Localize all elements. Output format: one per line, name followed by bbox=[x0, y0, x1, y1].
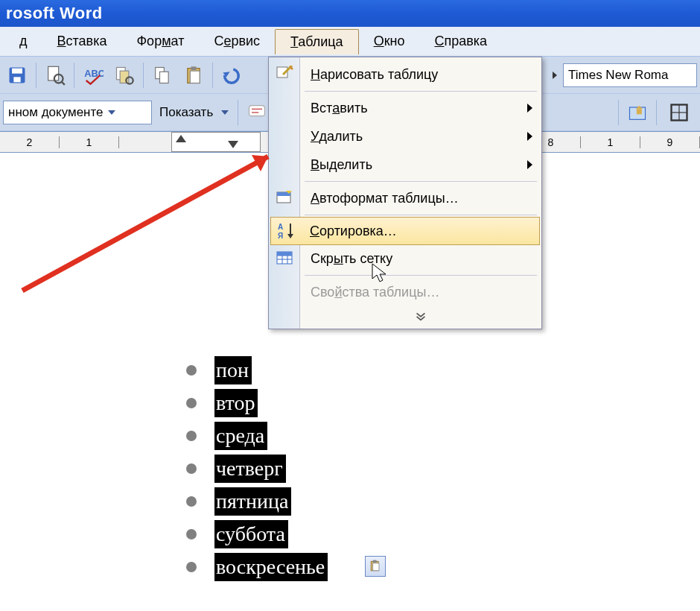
bullet-icon bbox=[186, 562, 197, 572]
menu-select[interactable]: Выделить bbox=[300, 151, 541, 179]
menu-insert[interactable]: Вставить bbox=[300, 94, 541, 122]
bullet-icon bbox=[186, 398, 197, 408]
menu-autoformat[interactable]: Автоформат таблицы… bbox=[300, 184, 541, 212]
svg-rect-34 bbox=[277, 252, 292, 256]
toolbar-separator bbox=[212, 63, 213, 88]
list-text: среда bbox=[214, 422, 267, 450]
menu-separator bbox=[305, 181, 537, 182]
ruler-tick: 1 bbox=[60, 136, 119, 148]
svg-rect-15 bbox=[249, 105, 265, 115]
menu-expand-button[interactable] bbox=[300, 306, 541, 326]
toolbar-separator bbox=[74, 63, 74, 88]
toolbar-separator bbox=[618, 100, 619, 125]
menu-draw-table[interactable]: Нарисовать таблицу bbox=[300, 60, 541, 89]
list-text: пятница bbox=[214, 487, 291, 516]
menu-separator bbox=[305, 215, 537, 215]
svg-text:Я: Я bbox=[278, 232, 283, 240]
undo-icon[interactable] bbox=[217, 60, 246, 90]
spellcheck-icon[interactable]: ABC bbox=[79, 60, 107, 90]
border-icon[interactable] bbox=[661, 98, 697, 127]
list-item[interactable]: воскресенье bbox=[186, 551, 328, 583]
ruler-tick: 1 bbox=[581, 136, 640, 148]
submenu-arrow-icon bbox=[527, 160, 532, 169]
list-item[interactable]: четверг bbox=[186, 452, 328, 485]
chevron-down-icon bbox=[108, 110, 115, 115]
menu-edit-fragment[interactable]: д bbox=[4, 29, 42, 54]
list-item[interactable]: втор bbox=[186, 387, 328, 420]
menu-insert[interactable]: Вставка bbox=[42, 29, 122, 54]
balloon-icon[interactable] bbox=[243, 98, 271, 127]
toolbar-separator bbox=[143, 63, 144, 88]
menu-table-properties: Свойства таблицы… bbox=[300, 278, 541, 306]
toolbar-separator bbox=[656, 100, 657, 125]
menu-tools[interactable]: Сервис bbox=[199, 29, 275, 54]
bullet-icon bbox=[186, 529, 197, 539]
list-text: воскресенье bbox=[214, 553, 328, 581]
insert-object-icon[interactable] bbox=[623, 98, 652, 127]
list-text: втор bbox=[214, 389, 258, 417]
autoformat-icon bbox=[269, 184, 300, 212]
menu-table[interactable]: Таблица bbox=[275, 29, 359, 54]
document-scope-combo[interactable]: нном документе bbox=[3, 101, 152, 124]
dropdown-chevron-icon[interactable] bbox=[553, 72, 557, 79]
menu-sort[interactable]: АЯ Сортировка… bbox=[270, 217, 540, 245]
titlebar: rosoft Word bbox=[0, 0, 700, 27]
ruler-tick: 2 bbox=[0, 136, 60, 148]
menu-help[interactable]: Справка bbox=[419, 29, 502, 54]
copy-icon[interactable] bbox=[148, 60, 176, 90]
svg-rect-39 bbox=[373, 560, 377, 563]
doc-combo-value: нном документе bbox=[8, 105, 104, 120]
save-icon[interactable] bbox=[3, 60, 31, 90]
list-item[interactable]: суббота bbox=[186, 518, 328, 551]
sort-icon: АЯ bbox=[271, 218, 302, 244]
paste-options-button[interactable] bbox=[365, 556, 386, 577]
font-name-combo[interactable]: Times New Roma bbox=[563, 63, 697, 87]
list-text: пон bbox=[214, 356, 252, 384]
list-text: суббота bbox=[214, 520, 288, 548]
bullet-icon bbox=[186, 365, 197, 376]
list-item[interactable]: среда bbox=[186, 420, 328, 452]
grid-icon bbox=[269, 244, 300, 273]
svg-line-5 bbox=[61, 81, 65, 85]
menu-window[interactable]: Окно bbox=[359, 29, 420, 54]
list-text: четверг bbox=[214, 455, 286, 483]
chevron-down-icon bbox=[221, 110, 229, 115]
show-combo[interactable]: Показать bbox=[155, 101, 233, 124]
print-preview-icon[interactable] bbox=[41, 60, 69, 90]
menu-separator bbox=[305, 91, 537, 92]
svg-text:ABC: ABC bbox=[84, 68, 104, 79]
bullet-icon bbox=[186, 431, 197, 441]
app-title: rosoft Word bbox=[6, 4, 103, 23]
list-item[interactable]: пятница bbox=[186, 485, 328, 518]
toolbar-separator bbox=[238, 100, 238, 125]
paste-icon[interactable] bbox=[179, 60, 208, 90]
indent-marker-icon[interactable] bbox=[228, 141, 238, 148]
menu-separator bbox=[305, 275, 537, 276]
bullet-icon bbox=[186, 496, 197, 507]
svg-rect-14 bbox=[191, 66, 197, 70]
indent-marker-icon[interactable] bbox=[176, 135, 186, 142]
menu-hide-gridlines[interactable]: Скрыть сетку bbox=[300, 244, 541, 273]
table-menu-dropdown: Нарисовать таблицу Вставить Удалить Выде… bbox=[268, 57, 542, 329]
draw-table-icon bbox=[269, 60, 300, 89]
ruler-tick: 9 bbox=[640, 136, 700, 148]
selected-list: пон втор среда четверг пятница суббота в… bbox=[186, 354, 328, 583]
font-name-value: Times New Roma bbox=[568, 68, 668, 83]
svg-rect-2 bbox=[13, 77, 20, 82]
svg-rect-1 bbox=[12, 68, 22, 73]
svg-rect-11 bbox=[160, 72, 169, 83]
menubar: д Вставка Формат Сервис Таблица Окно Спр… bbox=[0, 27, 700, 57]
menu-format[interactable]: Формат bbox=[121, 29, 199, 54]
svg-rect-38 bbox=[373, 563, 379, 571]
list-item[interactable]: пон bbox=[186, 354, 328, 387]
svg-rect-19 bbox=[637, 109, 642, 114]
svg-rect-3 bbox=[48, 66, 59, 80]
research-icon[interactable] bbox=[110, 60, 139, 90]
svg-rect-13 bbox=[190, 71, 200, 83]
menu-delete[interactable]: Удалить bbox=[300, 122, 541, 151]
submenu-arrow-icon bbox=[527, 104, 532, 113]
svg-text:А: А bbox=[278, 223, 283, 231]
submenu-arrow-icon bbox=[527, 132, 532, 141]
show-combo-value: Показать bbox=[159, 105, 213, 120]
bullet-icon bbox=[186, 463, 197, 474]
